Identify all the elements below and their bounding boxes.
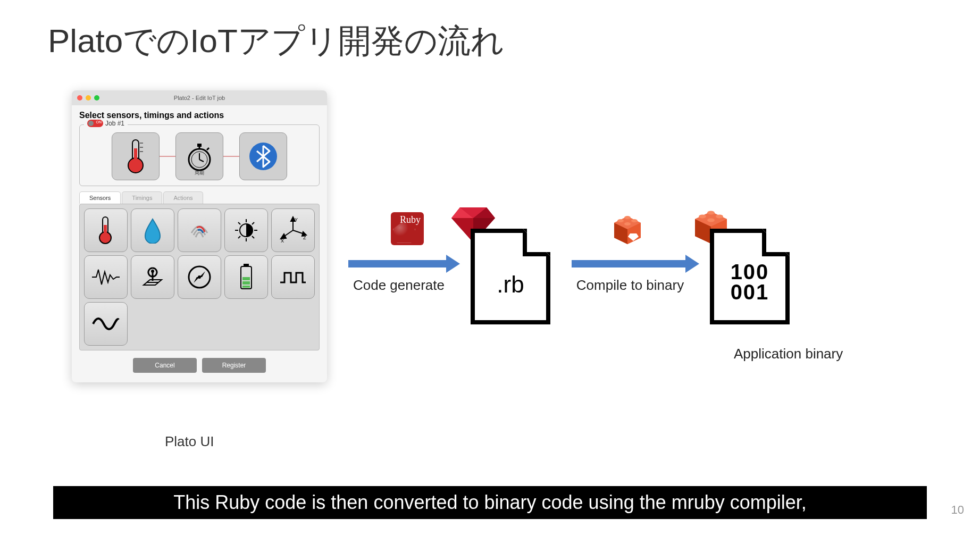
svg-rect-2 bbox=[134, 148, 137, 164]
svg-rect-42 bbox=[242, 277, 250, 280]
analog-wave-icon bbox=[91, 312, 121, 336]
rb-file: .rb bbox=[471, 229, 550, 324]
sensor-humidity[interactable] bbox=[131, 208, 174, 252]
arrow-compile: Compile to binary bbox=[572, 260, 689, 294]
select-heading: Select sensors, timings and actions bbox=[79, 111, 320, 120]
tabs: Sensors Timings Actions bbox=[79, 191, 320, 204]
tab-actions[interactable]: Actions bbox=[163, 191, 203, 204]
thermometer-icon bbox=[124, 138, 147, 175]
svg-point-57 bbox=[631, 219, 638, 222]
tab-sensors[interactable]: Sensors bbox=[79, 191, 121, 204]
sensor-battery[interactable] bbox=[224, 255, 268, 299]
job-tile-stopwatch[interactable]: 周期 bbox=[175, 132, 223, 180]
svg-text:Z: Z bbox=[303, 235, 306, 240]
svg-rect-16 bbox=[104, 225, 107, 238]
binary-content: 100 001 bbox=[731, 262, 769, 302]
code-generate-label: Code generate bbox=[353, 277, 445, 294]
binary-file: 100 001 bbox=[710, 229, 790, 324]
sensor-gps[interactable] bbox=[131, 255, 174, 299]
svg-point-66 bbox=[716, 215, 723, 219]
svg-text:Y: Y bbox=[295, 217, 298, 222]
battery-icon bbox=[236, 262, 257, 292]
sensor-digital[interactable] bbox=[271, 255, 315, 299]
gps-pin-icon bbox=[139, 264, 166, 290]
fingerprint-icon bbox=[186, 217, 213, 244]
brightness-icon bbox=[233, 217, 259, 244]
compass-icon bbox=[186, 264, 213, 290]
svg-rect-8 bbox=[197, 144, 202, 147]
rb-file-ext: .rb bbox=[497, 271, 524, 298]
job-toggle[interactable] bbox=[87, 120, 103, 127]
tab-timings[interactable]: Timings bbox=[122, 191, 162, 204]
job-fieldset: Job #1 bbox=[79, 124, 320, 186]
svg-rect-41 bbox=[244, 264, 249, 266]
register-button[interactable]: Register bbox=[202, 358, 266, 373]
thermometer-icon bbox=[95, 215, 116, 245]
page-number: 10 bbox=[951, 503, 964, 517]
stopwatch-label: 周期 bbox=[195, 170, 204, 177]
svg-point-56 bbox=[624, 216, 631, 219]
svg-point-35 bbox=[151, 270, 154, 273]
compile-label: Compile to binary bbox=[576, 277, 684, 294]
svg-line-12 bbox=[199, 160, 204, 162]
sensor-brightness[interactable] bbox=[224, 208, 268, 252]
job-legend: Job #1 bbox=[84, 120, 128, 127]
window-title: Plato2 - Edit IoT job bbox=[72, 95, 327, 101]
svg-line-25 bbox=[252, 222, 254, 224]
application-binary-caption: Application binary bbox=[734, 346, 843, 362]
window-titlebar: Plato2 - Edit IoT job bbox=[72, 90, 327, 105]
plato-app-window: Plato2 - Edit IoT job Select sensors, ti… bbox=[72, 90, 327, 382]
digital-pulse-icon bbox=[278, 266, 308, 288]
job-tile-thermometer[interactable] bbox=[112, 132, 160, 180]
ruby-badge: Ruby bbox=[391, 212, 424, 245]
cancel-button[interactable]: Cancel bbox=[133, 358, 197, 373]
subtitle: This Ruby code is then converted to bina… bbox=[53, 486, 927, 519]
drop-icon bbox=[142, 217, 163, 244]
axes-icon: YZX bbox=[279, 216, 307, 245]
svg-point-58 bbox=[624, 222, 631, 225]
svg-rect-43 bbox=[242, 281, 250, 285]
stopwatch-icon bbox=[185, 140, 214, 172]
arrow-code-generate: Ruby Code generate bbox=[348, 260, 449, 294]
vibration-icon bbox=[91, 266, 121, 288]
job-tile-bluetooth[interactable] bbox=[239, 132, 287, 180]
svg-point-67 bbox=[707, 219, 715, 222]
job-label: Job #1 bbox=[105, 120, 124, 127]
svg-point-64 bbox=[699, 215, 706, 219]
mruby-box-icon bbox=[609, 212, 646, 246]
svg-line-10 bbox=[207, 148, 209, 150]
sensor-axes[interactable]: YZX bbox=[271, 208, 315, 252]
svg-marker-49 bbox=[451, 218, 473, 243]
slide-title: PlatoでのIoTアプリ開発の流れ bbox=[48, 19, 504, 63]
bluetooth-icon bbox=[247, 140, 279, 172]
svg-point-65 bbox=[707, 211, 715, 215]
sensor-thermometer[interactable] bbox=[84, 208, 128, 252]
flow: Ruby Code generate .rb Compile to binary bbox=[348, 229, 811, 324]
svg-line-22 bbox=[238, 222, 240, 224]
sensor-vibration[interactable] bbox=[84, 255, 128, 299]
svg-line-23 bbox=[252, 236, 254, 238]
sensor-grid: YZX bbox=[79, 204, 320, 350]
svg-point-39 bbox=[198, 275, 201, 279]
sensor-compass[interactable] bbox=[178, 255, 221, 299]
svg-line-24 bbox=[238, 236, 240, 238]
svg-text:X: X bbox=[281, 238, 284, 244]
svg-point-55 bbox=[617, 219, 624, 222]
sensor-fingerprint[interactable] bbox=[178, 208, 221, 252]
plato-ui-caption: Plato UI bbox=[165, 433, 214, 450]
sensor-analog[interactable] bbox=[84, 302, 128, 346]
svg-rect-44 bbox=[242, 286, 250, 288]
